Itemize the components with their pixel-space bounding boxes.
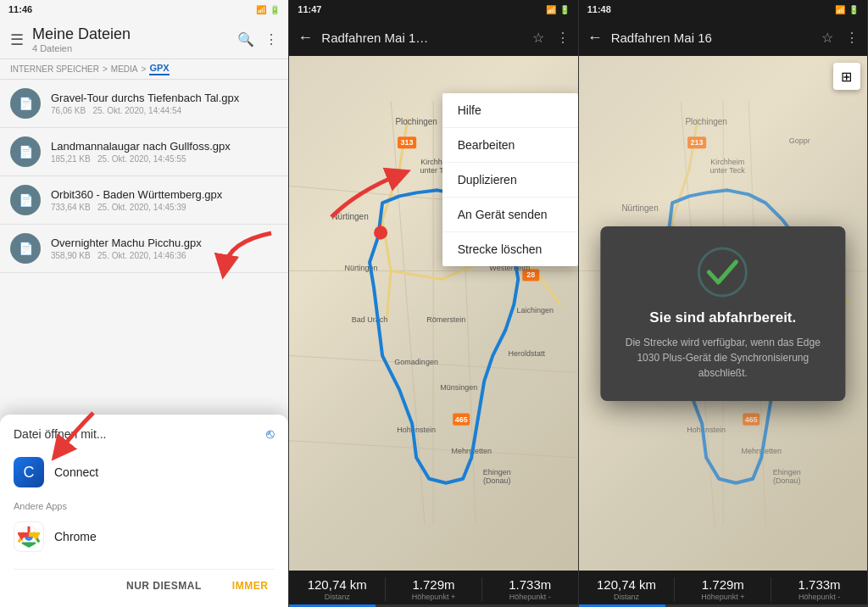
stat-elevation-down-p3: 1.733m Höhepunkt -	[771, 577, 867, 601]
stat-value-up-p3: 1.729m	[675, 577, 771, 592]
stat-label-distance-p3: Distanz	[579, 593, 675, 601]
svg-text:465: 465	[744, 415, 757, 424]
file-count: 4 Dateien	[32, 43, 229, 53]
success-description: Die Strecke wird verfügbar, wenn das Edg…	[617, 335, 828, 381]
stat-elevation-up-p3: 1.729m Höhepunkt +	[675, 577, 771, 601]
toolbar-p1: ☰ Meine Dateien 4 Dateien 🔍 ⋮	[0, 19, 288, 59]
breadcrumb: INTERNER SPEICHER > MEDIA > GPX	[0, 59, 288, 80]
success-panel: 11:48 📶 🔋 ← Radfahren Mai 16 ☆ ⋮	[579, 0, 868, 607]
btn-always[interactable]: IMMER	[225, 576, 275, 595]
file-manager-panel: 11:46 📶 🔋 ☰ Meine Dateien 4 Dateien 🔍 ⋮ …	[0, 0, 289, 607]
svg-text:Nürtingen: Nürtingen	[332, 212, 369, 221]
file-info-3: Overnighter Machu Picchu.gpx 358,90 KB 2…	[51, 237, 278, 260]
svg-text:Römerstein: Römerstein	[426, 315, 465, 324]
sheet-expand-icon[interactable]: ⎋	[266, 426, 275, 442]
file-name-2: Orbit360 - Baden Württemberg.gpx	[51, 188, 278, 201]
stat-value-down-p3: 1.733m	[771, 577, 867, 592]
svg-text:(Donau): (Donau)	[773, 476, 801, 485]
back-button[interactable]: ←	[298, 29, 313, 47]
svg-text:Ehingen: Ehingen	[483, 468, 511, 476]
hamburger-icon[interactable]: ☰	[10, 31, 24, 49]
svg-text:Goppr: Goppr	[788, 136, 810, 145]
svg-text:Bad Urach: Bad Urach	[352, 315, 388, 324]
svg-text:Plochingen: Plochingen	[685, 117, 726, 126]
page-title: Meine Dateien	[32, 25, 229, 43]
success-dialog: Sie sind abfahrbereit. Die Strecke wird …	[600, 226, 845, 401]
time-p2: 11:47	[298, 4, 321, 14]
svg-point-59	[699, 248, 747, 296]
svg-text:Nürtingen: Nürtingen	[621, 203, 658, 213]
status-icons-p2: 📶 🔋	[546, 5, 570, 14]
stat-distance: 120,74 km Distanz	[289, 577, 386, 601]
stat-label-down-p3: Höhepunkt -	[771, 593, 867, 601]
breadcrumb-gpx[interactable]: GPX	[149, 63, 169, 75]
breadcrumb-internal[interactable]: INTERNER SPEICHER	[10, 64, 99, 74]
success-title: Sie sind abfahrbereit.	[617, 309, 828, 326]
back-button-p3[interactable]: ←	[587, 29, 603, 47]
svg-text:Plochingen: Plochingen	[396, 117, 437, 126]
more-icon[interactable]: ⋮	[556, 30, 570, 46]
svg-text:Laichingen: Laichingen	[517, 307, 554, 315]
stat-value-down: 1.733m	[482, 577, 578, 592]
file-name-3: Overnighter Machu Picchu.gpx	[51, 237, 278, 249]
star-icon-p3[interactable]: ☆	[821, 30, 833, 46]
sheet-title: Datei öffnen mit...	[14, 427, 106, 441]
status-bar-p3: 11:48 📶 🔋	[579, 0, 867, 19]
stat-label-down: Höhepunkt -	[482, 593, 578, 601]
file-meta-2: 733,64 KB 25. Okt. 2020, 14:45:39	[51, 203, 278, 212]
file-meta-3: 358,90 KB 25. Okt. 2020, 14:46:36	[51, 251, 278, 260]
chrome-app-item[interactable]: Chrome	[14, 515, 275, 559]
file-item-3[interactable]: 📄 Overnighter Machu Picchu.gpx 358,90 KB…	[0, 225, 288, 273]
file-icon-3: 📄	[10, 233, 41, 264]
svg-text:Kirchheim: Kirchheim	[710, 158, 744, 166]
map-panel: 11:47 📶 🔋 ← Radfahren Mai 1… ☆ ⋮	[289, 0, 578, 607]
layers-icon[interactable]: ⊞	[833, 63, 860, 90]
map-title: Radfahren Mai 1…	[321, 31, 523, 45]
stats-bar-p3: 120,74 km Distanz 1.729m Höhepunkt + 1.7…	[579, 571, 867, 604]
status-bar-p2: 11:47 📶 🔋	[289, 0, 577, 19]
svg-text:(Donau): (Donau)	[483, 476, 511, 485]
file-info-0: Gravel-Tour durchs Tiefenbach Tal.gpx 76…	[51, 92, 278, 115]
file-meta-0: 76,06 KB 25. Okt. 2020, 14:44:54	[51, 106, 278, 115]
menu-item-hilfe[interactable]: Hilfe	[442, 93, 578, 128]
connect-app-name: Connect	[54, 465, 98, 479]
search-icon[interactable]: 🔍	[237, 31, 254, 47]
stat-value-up: 1.729m	[386, 577, 481, 592]
file-info-1: Landmannalaugar nach Gullfoss.gpx 185,21…	[51, 140, 278, 164]
map-header-p3: ← Radfahren Mai 16 ☆ ⋮	[579, 19, 867, 56]
star-icon[interactable]: ☆	[532, 30, 544, 46]
file-item-0[interactable]: 📄 Gravel-Tour durchs Tiefenbach Tal.gpx …	[0, 80, 288, 128]
menu-item-delete[interactable]: Strecke löschen	[442, 232, 578, 266]
more-icon-p3[interactable]: ⋮	[845, 30, 859, 46]
menu-item-send[interactable]: An Gerät senden	[442, 198, 578, 232]
connect-app-item[interactable]: C Connect	[14, 450, 275, 494]
stat-elevation-up: 1.729m Höhepunkt +	[386, 577, 482, 601]
stat-value-distance-p3: 120,74 km	[579, 577, 675, 592]
map-title-p3: Radfahren Mai 16	[611, 31, 813, 45]
menu-item-duplizieren[interactable]: Duplizieren	[442, 163, 578, 198]
menu-item-bearbeiten[interactable]: Bearbeiten	[442, 128, 578, 163]
stat-value-distance: 120,74 km	[289, 577, 385, 592]
file-meta-1: 185,21 KB 25. Okt. 2020, 14:45:55	[51, 154, 278, 164]
sheet-header: Datei öffnen mit... ⎋	[14, 426, 275, 442]
btn-once[interactable]: NUR DIESMAL	[120, 576, 209, 595]
file-item-1[interactable]: 📄 Landmannalaugar nach Gullfoss.gpx 185,…	[0, 128, 288, 176]
header-icons-p3: ☆ ⋮	[821, 30, 859, 46]
stat-label-up: Höhepunkt +	[386, 593, 481, 601]
more-options-icon[interactable]: ⋮	[264, 31, 278, 47]
stat-label-up-p3: Höhepunkt +	[675, 593, 771, 601]
svg-text:Münsingen: Münsingen	[441, 383, 478, 392]
time-p1: 11:46	[8, 4, 32, 14]
status-icons-p1: 📶 🔋	[256, 5, 280, 14]
map-container: 313 28 465 Plochingen Göppingen Kirchhei…	[289, 56, 577, 571]
file-name-0: Gravel-Tour durchs Tiefenbach Tal.gpx	[51, 92, 278, 104]
file-icon-2: 📄	[10, 185, 41, 215]
breadcrumb-media[interactable]: MEDIA	[111, 64, 138, 74]
file-info-2: Orbit360 - Baden Württemberg.gpx 733,64 …	[51, 188, 278, 212]
other-apps-label: Andere Apps	[14, 501, 275, 511]
svg-text:Hohenstein: Hohenstein	[398, 426, 437, 434]
svg-text:Gomadingen: Gomadingen	[395, 358, 439, 366]
stats-bar-p2: 120,74 km Distanz 1.729m Höhepunkt + 1.7…	[289, 571, 577, 604]
file-item-2[interactable]: 📄 Orbit360 - Baden Württemberg.gpx 733,6…	[0, 176, 288, 225]
stat-label-distance: Distanz	[289, 593, 385, 601]
